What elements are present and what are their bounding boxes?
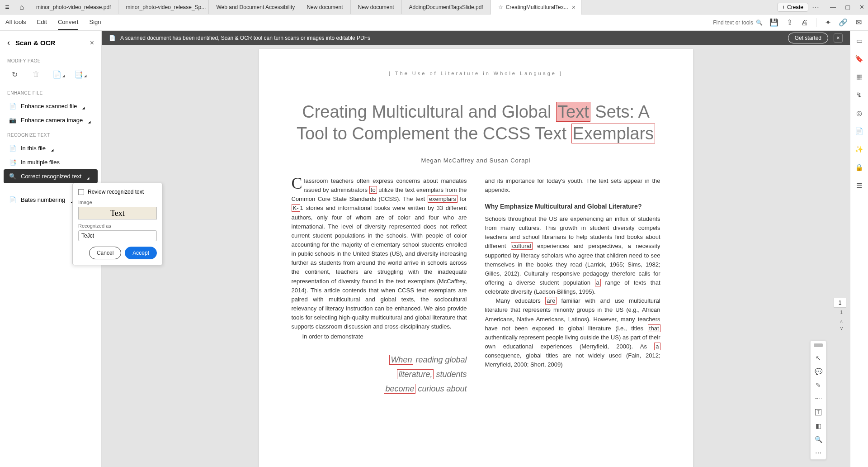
textbox-tool-icon[interactable]: 🅃 [815, 409, 821, 416]
get-started-button[interactable]: Get started [788, 33, 828, 43]
cancel-button[interactable]: Cancel [89, 247, 121, 259]
panel-toggle-icon[interactable]: ▭ [855, 36, 864, 45]
page-number-input[interactable]: 1 [834, 298, 846, 308]
correct-recognized-button[interactable]: 🔍 Correct recognized text◢ [4, 169, 98, 183]
ocr-suspect[interactable]: a [595, 279, 601, 286]
tab-label: CreatingMulticulturalTex... [506, 4, 568, 10]
ocr-suspect[interactable]: a [654, 343, 660, 350]
scroll-thumb[interactable] [814, 343, 823, 347]
ocr-suspect[interactable]: to [369, 186, 377, 194]
section-enhance-file: ENHANCE FILE [0, 85, 101, 99]
item-label: Enhance camera image [21, 117, 83, 124]
sign-button[interactable]: Sign [89, 15, 101, 30]
find-text[interactable]: Find text or tools 🔍 [713, 19, 763, 26]
tab-1[interactable]: minor_photo-video_release_Sp... [118, 0, 209, 14]
tab-label: minor_photo-video_release.pdf [36, 4, 111, 10]
thumbnails-rail-icon[interactable]: ▦ [855, 72, 864, 81]
item-label: In this file [21, 145, 46, 152]
ocr-suspect[interactable]: exemplars [428, 195, 458, 203]
home-icon[interactable]: ⌂ [14, 0, 29, 14]
create-button[interactable]: + Create [777, 3, 808, 12]
rotate-icon[interactable]: ↻ [9, 69, 20, 80]
maximize-icon[interactable]: ▢ [845, 4, 850, 10]
back-arrow-icon[interactable]: ‹ [7, 38, 10, 48]
close-tab-icon[interactable]: × [572, 4, 576, 11]
item-label: Bates numbering [21, 196, 65, 203]
mail-icon[interactable]: ✉ [854, 19, 863, 27]
tab-5[interactable]: AddingDocumentTagsSlide.pdf [402, 0, 491, 14]
tab-3[interactable]: New document [299, 0, 350, 14]
files-icon: 📑 [9, 159, 16, 166]
zoom-tool-icon[interactable]: 🔍 [815, 436, 822, 443]
close-banner-icon[interactable]: × [834, 33, 843, 43]
extract-page-icon[interactable]: 📑◢ [74, 69, 85, 80]
link-icon[interactable]: 🔗 [839, 19, 847, 27]
tab-label: minor_photo-video_release_Sp... [126, 4, 206, 10]
ocr-suspect[interactable]: become [384, 384, 415, 394]
enhance-camera-button[interactable]: 📷 Enhance camera image◢ [0, 113, 101, 127]
close-sidebar-icon[interactable]: × [90, 39, 94, 47]
page-up-icon[interactable]: ʌ [840, 319, 843, 324]
authors: Megan McCaffrey and Susan Corapi [292, 157, 660, 164]
in-multiple-files-button[interactable]: 📑 In multiple files [0, 155, 101, 169]
edit-button[interactable]: Edit [37, 15, 47, 30]
recognized-input[interactable] [78, 230, 157, 241]
bookmark-rail-icon[interactable]: 🔖 [855, 54, 864, 63]
document-icon: 📄 [109, 35, 116, 41]
ocr-suspect[interactable]: When [389, 355, 413, 365]
scan-banner: 📄 A scanned document has been identified… [102, 31, 850, 45]
document-title: Creating Multicultural and Global Text S… [292, 101, 660, 144]
tab-0[interactable]: minor_photo-video_release.pdf [29, 0, 118, 14]
file-icon: 📄 [9, 145, 16, 152]
find-label: Find text or tools [713, 19, 753, 26]
tab-label: New document [358, 4, 394, 10]
tab-4[interactable]: New document [351, 0, 402, 14]
tab-2[interactable]: Web and Document Accessibility [209, 0, 299, 14]
print-icon[interactable]: 🖨 [801, 19, 809, 27]
lock-rail-icon[interactable]: 🔒 [855, 163, 864, 172]
ocr-suspect-exemplars[interactable]: Exemplars [571, 124, 656, 143]
ocr-suspect[interactable]: cultural [511, 242, 533, 250]
ocr-suspect[interactable]: that [648, 324, 660, 332]
select-tool-icon[interactable]: ↖ [816, 354, 821, 362]
right-rail: ▭ 🔖 ▦ ↯ ◎ 📄 ✨ 🔒 ☰ [850, 31, 868, 467]
column-left: Classroom teachers often express concern… [292, 176, 467, 396]
highlight-tool-icon[interactable]: ✎ [816, 381, 821, 389]
doc-rail-icon[interactable]: 📄 [855, 127, 864, 136]
comment-tool-icon[interactable]: 💬 [815, 368, 822, 375]
convert-button[interactable]: Convert [58, 15, 79, 30]
close-window-icon[interactable]: ✕ [859, 4, 864, 10]
draw-tool-icon[interactable]: 〰 [815, 395, 821, 402]
in-this-file-button[interactable]: 📄 In this file◢ [0, 141, 101, 155]
compare-rail-icon[interactable]: ↯ [855, 91, 864, 100]
document-viewer[interactable]: [ The Use of Literature in Whole Languag… [102, 45, 850, 467]
tab-bar: ≡ ⌂ minor_photo-video_release.pdf minor_… [0, 0, 868, 14]
insert-page-icon[interactable]: 📄◢ [52, 69, 63, 80]
document-page: [ The Use of Literature in Whole Languag… [259, 49, 693, 467]
ocr-suspect[interactable]: literature, [397, 369, 434, 379]
list-rail-icon[interactable]: ☰ [855, 181, 864, 190]
page-total: 1 [840, 310, 843, 315]
tab-6[interactable]: ☆ CreatingMulticulturalTex... × [491, 0, 581, 14]
save-icon[interactable]: 💾 [770, 19, 778, 27]
upload-icon[interactable]: ⇪ [785, 19, 793, 27]
sparkle-rail-icon[interactable]: ✨ [855, 145, 864, 154]
more-tools-icon[interactable]: ⋯ [815, 449, 821, 457]
ocr-suspect-text[interactable]: Text [556, 102, 590, 122]
subheading: Why Emphasize Multicultural and Global L… [485, 202, 660, 212]
ocr-suspect[interactable]: are [545, 297, 557, 305]
eraser-tool-icon[interactable]: ◧ [816, 422, 821, 429]
review-checkbox[interactable] [78, 189, 84, 195]
ai-icon[interactable]: ✦ [824, 19, 832, 27]
all-tools-button[interactable]: All tools [5, 15, 26, 30]
more-icon[interactable]: ⋯ [812, 3, 819, 11]
hamburger-icon[interactable]: ≡ [0, 0, 14, 14]
page-down-icon[interactable]: v [840, 326, 843, 331]
image-label: Image [78, 200, 157, 205]
enhance-scanned-button[interactable]: 📄 Enhance scanned file◢ [0, 99, 101, 113]
target-rail-icon[interactable]: ◎ [855, 109, 864, 118]
item-label: Correct recognized text [21, 173, 81, 180]
ocr-suspect[interactable]: K- [292, 204, 300, 212]
minimize-icon[interactable]: — [830, 4, 836, 10]
accept-button[interactable]: Accept [125, 247, 157, 259]
